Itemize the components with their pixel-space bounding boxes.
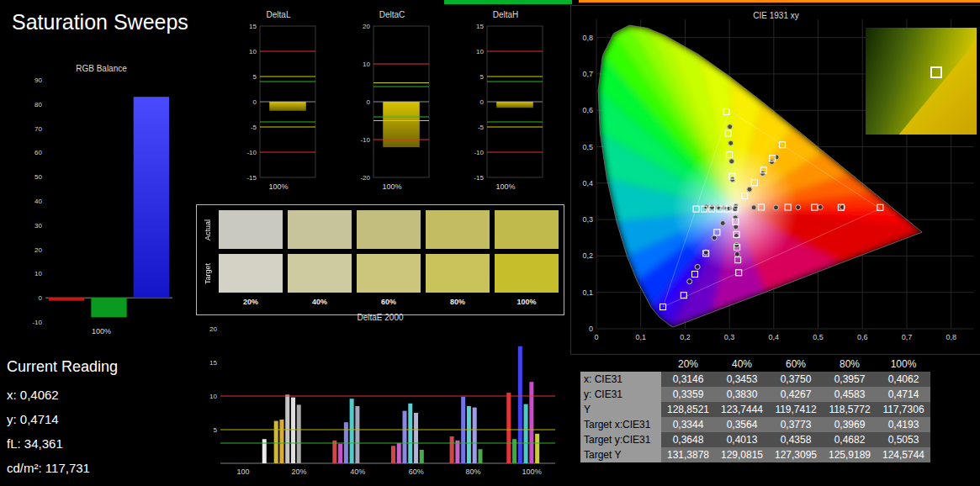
delta-e-bar bbox=[297, 404, 301, 463]
svg-text:0,7: 0,7 bbox=[582, 70, 593, 78]
table-cell: 119,7412 bbox=[769, 402, 823, 417]
svg-text:90: 90 bbox=[34, 77, 42, 84]
top-green-strip bbox=[444, 0, 572, 4]
svg-text:20: 20 bbox=[363, 23, 370, 30]
svg-text:0,5: 0,5 bbox=[582, 143, 593, 151]
swatch-actual-100% bbox=[495, 210, 559, 249]
svg-text:0: 0 bbox=[589, 325, 593, 333]
table-cell: 0,5053 bbox=[877, 432, 930, 447]
table-header-row: 20%40%60%80%100% bbox=[580, 357, 930, 372]
rgb-bar-blue bbox=[134, 97, 169, 298]
deltaL-bar bbox=[269, 102, 306, 111]
rgb-bar-red bbox=[49, 298, 84, 300]
table-cell: 0,3773 bbox=[769, 417, 823, 432]
table-column-header: 60% bbox=[769, 357, 823, 372]
svg-text:-10: -10 bbox=[474, 149, 484, 156]
table-row[interactable]: x: CIE310,31460,34530,37500,39570,4062 bbox=[580, 372, 930, 387]
svg-text:-20: -20 bbox=[360, 174, 370, 182]
delta-e-chart: DeltaE 2000 201510510020%40%60%80%100% bbox=[199, 313, 562, 480]
current-reading-fl: fL: 34,361 bbox=[7, 431, 118, 456]
swatch-target-80% bbox=[426, 254, 490, 293]
swatch-col-label: 40% bbox=[288, 298, 352, 309]
table-row[interactable]: Y128,8521123,7444119,7412118,5772117,730… bbox=[580, 402, 930, 417]
table-cell: 0,3957 bbox=[823, 372, 877, 387]
delta-e-bar bbox=[478, 449, 482, 463]
delta-e-bar bbox=[279, 420, 283, 463]
delta-e-bar bbox=[403, 411, 407, 463]
delta-e-bar bbox=[473, 408, 477, 463]
svg-text:0,2: 0,2 bbox=[680, 333, 691, 341]
svg-text:0,6: 0,6 bbox=[582, 106, 593, 114]
cie-title: CIE 1931 xy bbox=[571, 11, 980, 22]
table-row[interactable]: Target y:CIE310,36480,40130,43580,46820,… bbox=[580, 432, 930, 447]
svg-text:0,5: 0,5 bbox=[813, 333, 824, 341]
swatch-row-label-actual: Actual bbox=[204, 210, 212, 249]
cie-diagram-panel: CIE 1931 xy 000,10,10,20,20,30,30,40,40,… bbox=[570, 5, 980, 355]
svg-text:20: 20 bbox=[209, 325, 217, 333]
swatch-actual-20% bbox=[219, 210, 283, 249]
svg-text:5: 5 bbox=[480, 73, 485, 81]
svg-text:40%: 40% bbox=[350, 468, 365, 476]
svg-text:0,1: 0,1 bbox=[635, 333, 646, 341]
svg-text:0,8: 0,8 bbox=[946, 333, 956, 341]
delta-e-bar bbox=[450, 436, 454, 463]
table-row[interactable]: Target x:CIE310,33440,35640,37730,39690,… bbox=[580, 417, 930, 432]
table-row[interactable]: y: CIE310,33590,38300,42670,45830,4714 bbox=[580, 387, 930, 402]
table-cell: 0,3453 bbox=[715, 372, 769, 387]
delta-c-xlabel: 100% bbox=[350, 182, 434, 191]
delta-e-title: DeltaE 2000 bbox=[199, 313, 562, 324]
table-cell: 0,3648 bbox=[661, 432, 715, 447]
swatch-col-label: 60% bbox=[357, 298, 421, 309]
delta-h-xlabel: 100% bbox=[464, 182, 548, 191]
svg-text:0: 0 bbox=[594, 333, 598, 341]
svg-text:0,4: 0,4 bbox=[582, 179, 593, 188]
table-column-header: 20% bbox=[661, 357, 715, 372]
table-cell: 0,3564 bbox=[715, 417, 769, 432]
table-cell: 0,3146 bbox=[661, 372, 715, 387]
table-cell: 0,3969 bbox=[823, 417, 877, 432]
table-row-label: Target Y bbox=[580, 447, 661, 462]
svg-text:-5: -5 bbox=[251, 124, 257, 131]
table-cell: 0,4714 bbox=[877, 387, 930, 402]
current-reading-heading: Current Reading bbox=[7, 358, 118, 376]
delta-e-plot: 201510510020%40%60%80%100% bbox=[199, 324, 562, 480]
table-column-header: 80% bbox=[823, 357, 877, 372]
table-cell: 117,7306 bbox=[877, 402, 930, 417]
delta-e-bar bbox=[420, 450, 424, 463]
deltaH-bar bbox=[496, 102, 533, 108]
delta-e-bar bbox=[455, 441, 459, 463]
svg-text:0,3: 0,3 bbox=[724, 333, 735, 341]
svg-text:-10: -10 bbox=[360, 136, 370, 144]
delta-l-xlabel: 100% bbox=[236, 182, 320, 191]
svg-text:5: 5 bbox=[253, 73, 257, 81]
table-cell: 0,3344 bbox=[661, 417, 715, 432]
svg-text:0,6: 0,6 bbox=[857, 333, 868, 341]
delta-e-bar bbox=[355, 406, 359, 463]
svg-text:0,7: 0,7 bbox=[902, 333, 913, 341]
table-cell: 125,9189 bbox=[823, 447, 877, 462]
swatch-actual-60% bbox=[357, 210, 421, 249]
app-window: Saturation Sweeps RGB Balance 9080706050… bbox=[0, 0, 980, 486]
svg-text:0,2: 0,2 bbox=[582, 251, 593, 260]
table-column-header: 100% bbox=[877, 357, 930, 372]
svg-text:-15: -15 bbox=[474, 174, 484, 182]
table-row[interactable]: Target Y131,3878129,0815127,3095125,9189… bbox=[580, 447, 930, 462]
rgb-balance-plot: 9080706050403020100-10 bbox=[24, 75, 179, 327]
svg-text:-15: -15 bbox=[246, 174, 257, 182]
table-cell: 0,4267 bbox=[769, 387, 823, 402]
delta-e-bar bbox=[408, 404, 412, 463]
table-cell: 129,0815 bbox=[715, 447, 769, 462]
delta-e-bar bbox=[524, 404, 528, 463]
current-reading-x: x: 0,4062 bbox=[7, 383, 118, 407]
delta-c-plot: 20100-10-20 bbox=[350, 21, 434, 182]
table-cell: 0,3359 bbox=[661, 387, 715, 402]
svg-text:0,3: 0,3 bbox=[582, 215, 593, 224]
delta-e-bar bbox=[397, 443, 401, 463]
delta-h-chart: DeltaH 151050-5-10-15 100% bbox=[464, 10, 548, 191]
swatch-target-40% bbox=[288, 254, 352, 293]
svg-text:15: 15 bbox=[249, 23, 257, 30]
delta-e-bar bbox=[338, 444, 342, 463]
svg-text:10: 10 bbox=[476, 48, 484, 55]
table-row-label: y: CIE31 bbox=[580, 387, 661, 402]
delta-e-bar bbox=[518, 346, 522, 463]
